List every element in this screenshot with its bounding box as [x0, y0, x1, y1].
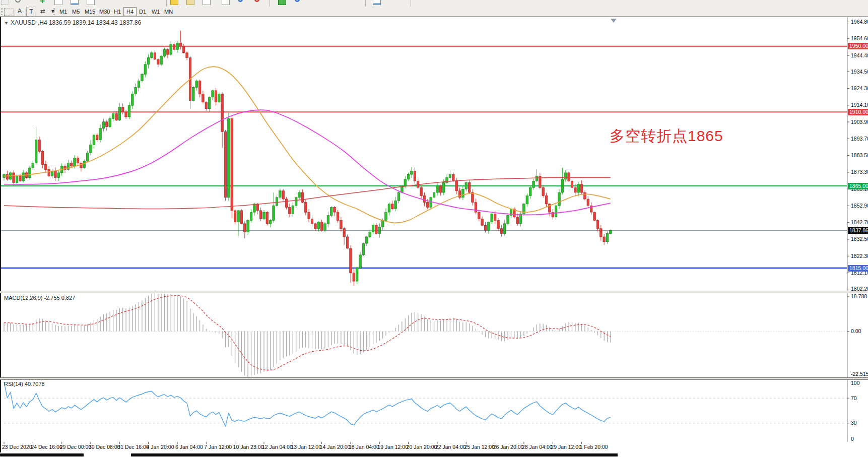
- candle-body: [574, 187, 577, 192]
- rsi-axis-70: 70: [851, 395, 857, 401]
- candle-body: [433, 192, 435, 198]
- time-tick-label: 29 Dec 00:00: [60, 444, 92, 450]
- candle-body: [256, 204, 259, 211]
- candle-body: [160, 56, 163, 64]
- candle-body: [202, 94, 205, 102]
- price-tick-label: 1873.30: [851, 169, 868, 175]
- candle-body: [580, 184, 583, 192]
- candle-body: [269, 220, 272, 224]
- time-tick-label: 4 Jan 20:00: [147, 444, 174, 450]
- candle-body: [109, 118, 111, 126]
- candle-body: [536, 176, 538, 181]
- candle-body: [170, 45, 172, 55]
- candle-body: [500, 229, 503, 234]
- candle-body: [436, 186, 439, 192]
- time-tick-label: 24 Dec 16:00: [31, 444, 62, 450]
- candle-body: [173, 45, 175, 50]
- candle-body: [80, 163, 83, 168]
- candle-body: [362, 243, 365, 255]
- candle-body: [484, 225, 487, 230]
- candle-body: [411, 171, 413, 175]
- level-badge-1910.00: 1910.00: [848, 109, 868, 115]
- price-tick-label: 1924.30: [851, 85, 868, 91]
- time-tick-label: 23 Dec 2020: [2, 444, 32, 450]
- candle-body: [115, 114, 118, 120]
- candle-body: [320, 222, 323, 230]
- time-tick-label: 18 Jan 04:00: [349, 444, 379, 450]
- candle-body: [610, 230, 612, 233]
- candle-body: [118, 107, 121, 120]
- candle-body: [397, 192, 400, 201]
- candle-body: [231, 118, 233, 211]
- candle-body: [106, 122, 108, 127]
- candle-body: [90, 145, 92, 153]
- candle-body: [121, 107, 124, 112]
- candle-body: [452, 174, 455, 181]
- price-tick-label: 1842.70: [851, 219, 868, 225]
- candle-body: [167, 49, 169, 54]
- candle-body: [542, 187, 545, 195]
- price-tick-label: 1964.80: [851, 19, 868, 25]
- candle-body: [35, 140, 37, 163]
- taskbar-strip[interactable]: [0, 452, 868, 457]
- candle-body: [29, 168, 31, 178]
- candle-body: [423, 196, 426, 203]
- candle-body: [427, 203, 429, 208]
- time-tick-label: 31 Dec 16:00: [117, 444, 149, 450]
- time-tick-label: 19 Jan 12:00: [377, 444, 408, 450]
- macd-axis-max: 18.788: [851, 293, 867, 299]
- rsi-indicator-label: RSI(14) 40.7078: [4, 381, 45, 387]
- candle-body: [475, 203, 477, 213]
- chart-annotation-text: 多空转折点1865: [610, 126, 723, 147]
- candle-body: [301, 192, 304, 203]
- candle-body: [478, 212, 481, 219]
- candle-body: [71, 163, 73, 166]
- candle-body: [369, 232, 371, 237]
- chart-canvas[interactable]: 1964.801954.601944.401934.501924.301914.…: [0, 0, 868, 457]
- ma-slow-line: [4, 178, 611, 209]
- candle-body: [16, 176, 18, 182]
- candle-body: [606, 234, 609, 242]
- candle-body: [305, 203, 307, 213]
- candle-body: [282, 191, 285, 199]
- candle-body: [266, 212, 269, 224]
- chart-shift-marker-icon[interactable]: [611, 19, 617, 23]
- candle-body: [32, 163, 34, 168]
- candle-body: [593, 212, 596, 220]
- chart-window-left-border: [0, 17, 1, 452]
- taskbar-segment[interactable]: [0, 453, 84, 456]
- candle-body: [141, 74, 144, 81]
- price-tick-label: 1822.30: [851, 253, 868, 259]
- price-tick-label: 1934.50: [851, 69, 868, 75]
- candle-body: [228, 118, 230, 197]
- time-tick-label: 30 Dec 08:00: [89, 444, 120, 450]
- candle-body: [532, 181, 535, 187]
- candle-body: [221, 94, 224, 132]
- candle-body: [472, 192, 474, 203]
- candle-body: [529, 187, 531, 195]
- candle-body: [491, 214, 493, 222]
- candle-body: [51, 171, 53, 176]
- candle-body: [234, 211, 236, 222]
- candle-body: [151, 53, 153, 58]
- symbol-ohlc-text: XAUUSD-,H4 1836.59 1839.14 1834.43 1837.…: [11, 19, 142, 26]
- candle-body: [276, 198, 278, 206]
- candle-body: [41, 152, 44, 165]
- price-tick-label: 1852.90: [851, 203, 868, 209]
- candle-body: [247, 220, 249, 232]
- candle-body: [205, 102, 208, 109]
- candle-body: [381, 220, 384, 227]
- symbol-title[interactable]: ▼XAUUSD-,H4 1836.59 1839.14 1834.43 1837…: [4, 19, 141, 26]
- symbol-dropdown-icon[interactable]: ▼: [4, 21, 9, 26]
- candle-body: [54, 171, 57, 178]
- candle-body: [163, 49, 166, 56]
- time-tick-label: 10 Jan 23:00: [233, 444, 264, 450]
- candle-body: [93, 135, 95, 145]
- taskbar-segment[interactable]: [131, 453, 618, 456]
- candle-body: [6, 174, 9, 179]
- candle-body: [571, 181, 573, 187]
- candle-body: [488, 222, 490, 230]
- candle-body: [99, 128, 102, 140]
- time-tick-label: 20 Jan 20:00: [407, 444, 437, 450]
- candle-body: [237, 211, 240, 222]
